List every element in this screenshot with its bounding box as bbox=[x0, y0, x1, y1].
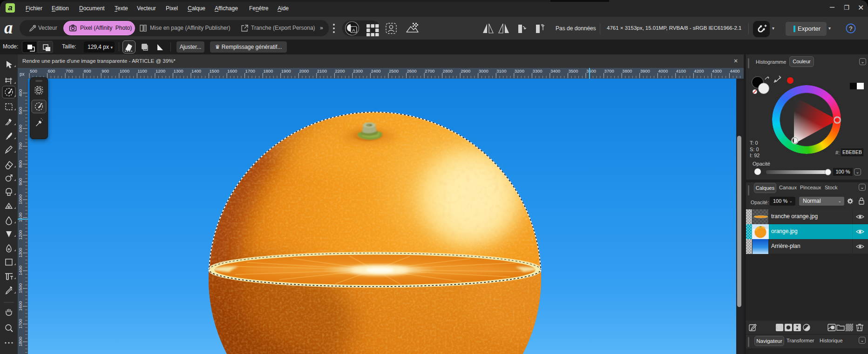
svg-text:900: 900 bbox=[102, 68, 109, 73]
svg-text:1700: 1700 bbox=[18, 319, 23, 328]
svg-text:2500: 2500 bbox=[389, 68, 399, 73]
svg-text:800: 800 bbox=[18, 160, 23, 167]
svg-text:1200: 1200 bbox=[156, 68, 165, 73]
svg-text:2200: 2200 bbox=[335, 68, 345, 73]
svg-text:1100: 1100 bbox=[18, 213, 23, 222]
svg-text:1600: 1600 bbox=[18, 301, 23, 311]
svg-text:3200: 3200 bbox=[515, 68, 524, 73]
svg-text:1500: 1500 bbox=[18, 283, 23, 293]
svg-text:3300: 3300 bbox=[532, 68, 542, 73]
svg-text:3900: 3900 bbox=[640, 68, 650, 73]
svg-text:?: ? bbox=[849, 26, 853, 32]
svg-text:4100: 4100 bbox=[676, 68, 686, 73]
svg-text:1900: 1900 bbox=[281, 68, 291, 73]
svg-text:FX: FX bbox=[776, 325, 783, 330]
svg-text:500: 500 bbox=[30, 68, 37, 73]
svg-text:1600: 1600 bbox=[227, 68, 237, 73]
svg-text:2000: 2000 bbox=[299, 68, 309, 73]
svg-text:2600: 2600 bbox=[407, 68, 417, 73]
svg-text:3000: 3000 bbox=[479, 68, 488, 73]
svg-text:900: 900 bbox=[18, 178, 23, 186]
svg-text:A: A bbox=[352, 27, 355, 33]
svg-text:1800: 1800 bbox=[18, 337, 23, 347]
svg-text:2400: 2400 bbox=[371, 68, 380, 73]
svg-text:1300: 1300 bbox=[18, 248, 23, 258]
svg-text:700: 700 bbox=[18, 142, 23, 150]
svg-text:400: 400 bbox=[18, 89, 23, 97]
svg-text:1700: 1700 bbox=[245, 68, 255, 73]
svg-text:700: 700 bbox=[66, 68, 73, 73]
svg-text:800: 800 bbox=[84, 68, 91, 73]
svg-text:2900: 2900 bbox=[461, 68, 470, 73]
svg-text:600: 600 bbox=[48, 68, 55, 73]
svg-text:4000: 4000 bbox=[658, 68, 668, 73]
svg-text:2300: 2300 bbox=[353, 68, 363, 73]
svg-text:1000: 1000 bbox=[18, 194, 23, 204]
svg-text:3800: 3800 bbox=[622, 68, 632, 73]
svg-text:1100: 1100 bbox=[137, 68, 147, 73]
svg-text:3600: 3600 bbox=[586, 68, 596, 73]
svg-text:2800: 2800 bbox=[443, 68, 453, 73]
svg-text:1400: 1400 bbox=[191, 68, 201, 73]
svg-text:4400: 4400 bbox=[730, 68, 739, 73]
svg-text:1400: 1400 bbox=[18, 266, 23, 275]
svg-text:3400: 3400 bbox=[550, 68, 560, 73]
svg-text:3700: 3700 bbox=[604, 68, 614, 73]
svg-text:1200: 1200 bbox=[18, 230, 23, 240]
svg-text:1300: 1300 bbox=[173, 68, 183, 73]
svg-text:4200: 4200 bbox=[694, 68, 704, 73]
svg-text:500: 500 bbox=[18, 107, 23, 114]
svg-text:1800: 1800 bbox=[263, 68, 273, 73]
svg-text:2100: 2100 bbox=[317, 68, 327, 73]
svg-text:3100: 3100 bbox=[496, 68, 506, 73]
svg-text:1500: 1500 bbox=[210, 68, 219, 73]
svg-text:600: 600 bbox=[18, 125, 23, 132]
svg-text:4300: 4300 bbox=[712, 68, 722, 73]
svg-text:3500: 3500 bbox=[569, 68, 578, 73]
svg-text:2700: 2700 bbox=[425, 68, 434, 73]
svg-text:1000: 1000 bbox=[120, 68, 129, 73]
